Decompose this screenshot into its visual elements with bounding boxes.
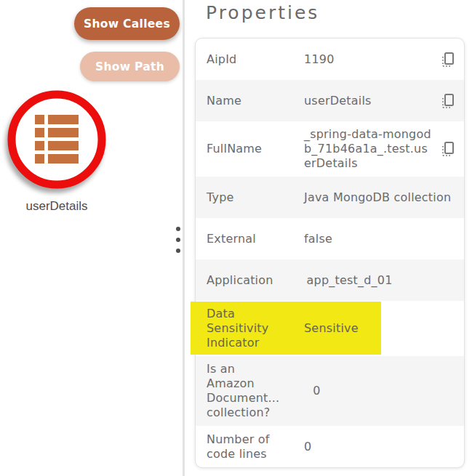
property-row-aipid: AipId 1190 — [196, 39, 464, 80]
property-value: 1190 — [304, 52, 433, 67]
copy-icon[interactable] — [439, 51, 455, 68]
property-value: 0 — [313, 384, 455, 398]
property-label: Number of code lines — [207, 432, 271, 461]
property-value: 0 — [304, 440, 455, 454]
copy-icon[interactable] — [439, 92, 455, 110]
node-label: userDetails — [6, 199, 108, 214]
property-row-code-lines: Number of code lines 0 — [196, 426, 464, 467]
property-row-data-sensitivity: Data Sensitivity Indicator Sensitive — [196, 301, 464, 356]
show-path-button[interactable]: Show Path — [80, 52, 180, 81]
properties-panel: Properties AipId 1190 Name userDetails — [185, 0, 472, 476]
property-label: FullName — [207, 142, 271, 156]
dot-icon — [176, 249, 180, 253]
property-label: Data Sensitivity Indicator — [207, 307, 271, 350]
dot-icon — [176, 227, 180, 231]
property-row-name: Name userDetails — [196, 80, 464, 121]
dot-icon — [176, 238, 180, 242]
property-label: AipId — [207, 52, 271, 67]
property-value: Java MongoDB collection — [304, 190, 455, 205]
property-value: Sensitive — [304, 321, 455, 336]
property-value: userDetails — [304, 94, 433, 108]
property-label: External — [207, 232, 271, 246]
property-row-fullname: FullName _spring-data-mongodb_71b46a1a_.… — [196, 121, 464, 177]
property-label: Name — [207, 94, 271, 108]
property-row-amazon-collection: Is an Amazon Document... collection? 0 — [196, 356, 464, 426]
property-row-application: Application app_test_d_01 — [196, 259, 464, 301]
property-label: Application — [207, 273, 273, 288]
graph-node-userdetails: userDetails — [6, 88, 108, 215]
property-value: app_test_d_01 — [307, 273, 455, 288]
property-row-external: External false — [196, 218, 464, 259]
show-callees-button[interactable]: Show Callees — [74, 7, 180, 40]
property-row-type: Type Java MongoDB collection — [196, 177, 464, 218]
app-screen: Show Callees Show Path userDetails Prope… — [0, 0, 472, 476]
properties-card: AipId 1190 Name userDetails — [195, 38, 465, 468]
property-value: _spring-data-mongodb_71b46a1a_.test.user… — [304, 127, 433, 171]
property-label: Type — [207, 190, 271, 205]
panel-title: Properties — [206, 2, 319, 23]
property-value: false — [304, 232, 455, 246]
copy-icon[interactable] — [439, 140, 455, 158]
node-circle-icon[interactable] — [6, 88, 108, 194]
panel-resize-handle[interactable] — [175, 227, 182, 253]
property-label: Is an Amazon Document... collection? — [207, 362, 279, 420]
